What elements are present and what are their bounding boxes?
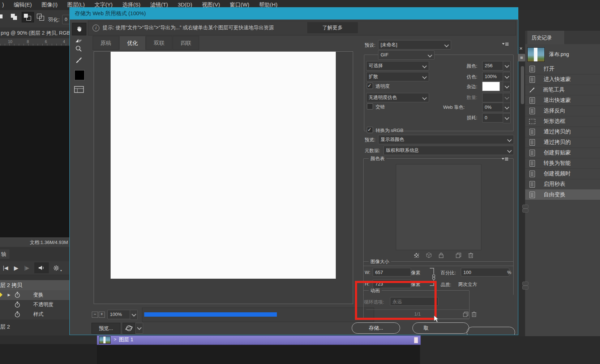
browser-preview-button[interactable] bbox=[123, 323, 135, 334]
preview-row-dropdown[interactable]: 显示器颜色 bbox=[378, 135, 514, 144]
panel-menu-icon[interactable] bbox=[502, 42, 509, 46]
dock-scrollbar[interactable] bbox=[521, 66, 524, 104]
web-snap-field[interactable]: 0% bbox=[482, 103, 503, 112]
timeline-track-transform[interactable]: ▶ 变换 bbox=[0, 290, 69, 300]
eyedropper-color-swatch[interactable] bbox=[74, 70, 85, 80]
dither-dropdown-button[interactable] bbox=[503, 72, 511, 82]
history-item[interactable]: 选择反向 bbox=[525, 106, 600, 116]
layer-2-label[interactable]: 层 2 bbox=[0, 324, 10, 330]
panel-grip[interactable] bbox=[522, 205, 528, 209]
close-icon[interactable]: × bbox=[519, 45, 523, 51]
panel-grip[interactable] bbox=[522, 286, 528, 290]
colors-dropdown-button[interactable] bbox=[503, 61, 511, 71]
cube-icon[interactable] bbox=[426, 252, 432, 258]
history-item[interactable]: 退出快速蒙 bbox=[525, 95, 600, 106]
dither-field[interactable]: 100% bbox=[482, 72, 503, 81]
stopwatch-icon[interactable] bbox=[14, 292, 20, 298]
checker-icon[interactable] bbox=[414, 253, 419, 258]
menu-item-3d[interactable]: 3D(D) bbox=[178, 0, 192, 8]
history-item[interactable]: 矩形选框 bbox=[525, 116, 600, 127]
timeline-track-opacity[interactable]: 不透明度 bbox=[0, 300, 69, 310]
zoom-tool-icon[interactable] bbox=[75, 45, 82, 52]
slice-select-icon[interactable] bbox=[75, 38, 83, 44]
history-item[interactable]: 通过拷贝的 bbox=[525, 127, 600, 137]
layer1-track-bar[interactable]: > 图层 1 bbox=[97, 335, 421, 345]
matte-swatch[interactable] bbox=[482, 82, 500, 91]
lock-icon[interactable] bbox=[439, 253, 443, 258]
history-snapshot-row[interactable]: 瀑布.png bbox=[525, 46, 600, 63]
transparency-checkbox[interactable] bbox=[367, 83, 373, 89]
done-button-outline[interactable] bbox=[467, 327, 515, 335]
timeline-track-style[interactable]: 样式 bbox=[0, 310, 69, 320]
add-to-selection-icon[interactable] bbox=[10, 13, 20, 21]
tab-optimized[interactable]: 优化 bbox=[119, 36, 146, 50]
tab-history[interactable]: 历史记录 bbox=[527, 31, 564, 44]
stopwatch-icon[interactable] bbox=[14, 311, 20, 318]
play-icon[interactable]: ▶ bbox=[14, 265, 18, 271]
dither-method-dropdown[interactable]: 扩散 bbox=[366, 72, 429, 81]
speaker-icon[interactable] bbox=[34, 262, 49, 273]
menu-item-edit[interactable]: 编辑(E) bbox=[14, 0, 32, 8]
learn-more-button[interactable]: 了解更多 bbox=[307, 22, 358, 33]
zoom-out-button[interactable]: − bbox=[92, 312, 98, 318]
preset-dropdown[interactable]: [未命名] bbox=[378, 40, 451, 50]
document-tab[interactable]: png @ 90% (图层 2 拷贝, RGB bbox=[0, 27, 69, 38]
cancel-button[interactable]: 取 bbox=[412, 322, 469, 334]
percent-input[interactable]: 100 bbox=[461, 268, 509, 277]
trash-icon[interactable] bbox=[472, 312, 476, 317]
eyedropper-icon[interactable] bbox=[75, 56, 82, 63]
history-item[interactable]: 启用秒表 bbox=[525, 179, 600, 190]
panel-menu-icon[interactable] bbox=[502, 157, 508, 161]
format-dropdown[interactable]: GIF bbox=[378, 50, 434, 60]
history-item[interactable]: 创建剪贴蒙 bbox=[525, 147, 600, 158]
stopwatch-icon[interactable] bbox=[14, 301, 20, 308]
history-item[interactable]: 进入快速蒙 bbox=[525, 74, 600, 85]
browser-preview-dropdown-button[interactable] bbox=[135, 323, 143, 334]
zoom-level-dropdown-button[interactable] bbox=[130, 310, 138, 320]
save-button[interactable]: 存储... bbox=[352, 322, 400, 334]
matte-dropdown-button[interactable] bbox=[503, 82, 511, 92]
menu-item-image[interactable]: 图像(I) bbox=[42, 0, 57, 8]
srgb-checkbox[interactable] bbox=[367, 127, 373, 133]
list-menu-icon[interactable]: ≡ bbox=[518, 54, 525, 61]
new-item-icon[interactable] bbox=[456, 253, 461, 258]
trash-icon[interactable] bbox=[468, 253, 473, 258]
duplicate-frame-icon[interactable] bbox=[463, 312, 468, 317]
prev-frame-icon[interactable]: |◀ bbox=[3, 265, 8, 271]
preview-button[interactable]: 预览... bbox=[91, 323, 120, 334]
color-reduction-dropdown[interactable]: 可选择 bbox=[366, 61, 429, 70]
history-item-selected[interactable]: 自由变换 bbox=[525, 189, 600, 200]
width-input[interactable]: 657 bbox=[373, 268, 411, 277]
dialog-title-bar[interactable]: 存储为 Web 所用格式 (100%) bbox=[70, 8, 518, 20]
color-table-swatch-area[interactable] bbox=[396, 164, 481, 250]
colors-field[interactable]: 256 bbox=[482, 61, 503, 70]
keyframe-diamond-icon[interactable] bbox=[0, 292, 3, 297]
slice-toggle-icon[interactable] bbox=[74, 86, 84, 93]
history-item[interactable]: 创建视频时 bbox=[525, 168, 600, 179]
history-item[interactable]: 转换为智能 bbox=[525, 158, 600, 169]
history-item[interactable]: 打开 bbox=[525, 64, 600, 74]
lossy-dropdown-button[interactable] bbox=[503, 113, 511, 123]
preview-canvas[interactable] bbox=[111, 52, 336, 279]
tab-4up[interactable]: 四联 bbox=[173, 36, 199, 50]
panel-grip[interactable] bbox=[522, 282, 528, 286]
intersect-selection-icon[interactable] bbox=[36, 13, 46, 21]
history-item[interactable]: 通过拷贝的 bbox=[525, 137, 600, 148]
timeline-layer-header[interactable]: 层 2 拷贝 bbox=[0, 280, 69, 290]
new-selection-icon[interactable] bbox=[0, 13, 5, 21]
history-item[interactable]: 画笔工具 bbox=[525, 85, 600, 95]
hand-tool[interactable] bbox=[72, 23, 86, 35]
quality-dropdown[interactable]: 两次立方 bbox=[456, 280, 506, 288]
zoom-in-button[interactable]: + bbox=[99, 312, 105, 318]
tab-2up[interactable]: 双联 bbox=[146, 36, 172, 50]
next-frame-icon[interactable]: |▶ bbox=[24, 265, 29, 271]
web-snap-dropdown-button[interactable] bbox=[503, 103, 511, 113]
interlaced-checkbox[interactable] bbox=[367, 103, 373, 110]
lossy-field[interactable]: 0 bbox=[482, 113, 503, 123]
zoom-level-field[interactable]: 100% bbox=[107, 310, 131, 319]
chevron-right-icon[interactable]: > bbox=[114, 337, 116, 342]
tab-original[interactable]: 原稿 bbox=[93, 36, 119, 50]
metadata-dropdown[interactable]: 版权和联系信息 bbox=[383, 146, 514, 155]
panel-grip[interactable] bbox=[522, 209, 528, 213]
expand-arrow-icon[interactable]: ▶ bbox=[8, 293, 10, 297]
